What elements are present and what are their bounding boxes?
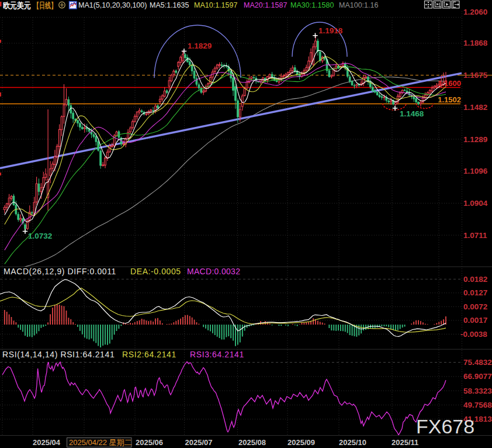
- svg-text:MA5:1.1635: MA5:1.1635: [150, 1, 189, 9]
- svg-text:1.1096: 1.1096: [463, 167, 488, 175]
- svg-text:1.2060: 1.2060: [463, 8, 487, 16]
- svg-text:2025/04: 2025/04: [33, 438, 61, 447]
- svg-text:FX678: FX678: [416, 415, 474, 437]
- svg-text:欧元美元: 欧元美元: [3, 1, 31, 10]
- svg-text:RSI2:64.2141: RSI2:64.2141: [122, 350, 176, 359]
- svg-text:2025/06: 2025/06: [136, 438, 163, 447]
- svg-text:MA1(5,10,20,30,100): MA1(5,10,20,30,100): [78, 1, 147, 9]
- svg-text:1.0711: 1.0711: [463, 231, 487, 240]
- svg-text:1.1502: 1.1502: [438, 95, 461, 104]
- svg-text:2025/07: 2025/07: [185, 438, 213, 447]
- svg-text:1.1868: 1.1868: [463, 39, 488, 47]
- svg-text:1.0732: 1.0732: [28, 232, 52, 240]
- svg-text:58.3323: 58.3323: [463, 387, 492, 395]
- svg-text:66.9077: 66.9077: [463, 372, 492, 381]
- svg-text:2025/09: 2025/09: [287, 438, 315, 447]
- svg-text:1.0904: 1.0904: [463, 199, 488, 208]
- svg-text:MA20:1.1587: MA20:1.1587: [244, 1, 287, 9]
- svg-text:-0.0038: -0.0038: [460, 330, 487, 339]
- svg-text:MA30:1.1580: MA30:1.1580: [290, 1, 334, 9]
- svg-text:0.0017: 0.0017: [463, 316, 487, 325]
- svg-text:1.1468: 1.1468: [400, 109, 424, 118]
- svg-text:0.0182: 0.0182: [463, 275, 487, 284]
- svg-text:RSI3:64.2141: RSI3:64.2141: [190, 350, 244, 359]
- svg-text:49.7568: 49.7568: [463, 401, 492, 409]
- svg-text:1.1482: 1.1482: [463, 103, 487, 112]
- svg-text:2025/08: 2025/08: [238, 438, 266, 447]
- svg-text:1.1829: 1.1829: [188, 42, 212, 50]
- svg-text:0.0127: 0.0127: [463, 288, 487, 297]
- svg-text:0.0072: 0.0072: [463, 302, 487, 311]
- svg-text:MACD:0.0032: MACD:0.0032: [187, 267, 240, 276]
- svg-text:MA10:1.1597: MA10:1.1597: [194, 1, 237, 9]
- svg-text:MACD(26,12,9) DIFF:0.0011: MACD(26,12,9) DIFF:0.0011: [4, 267, 116, 276]
- svg-text:75.4832: 75.4832: [463, 358, 492, 367]
- svg-text:1.1289: 1.1289: [463, 135, 487, 144]
- svg-text:2025/04/22 星期二: 2025/04/22 星期二: [69, 438, 132, 447]
- svg-text:DEA:-0.0005: DEA:-0.0005: [130, 267, 181, 276]
- svg-text:【日线】: 【日线】: [33, 1, 57, 10]
- svg-text:1.1918: 1.1918: [318, 26, 343, 35]
- svg-text:MA100:1.16: MA100:1.16: [339, 1, 378, 9]
- svg-text:1.1600: 1.1600: [438, 79, 461, 88]
- svg-text:RSI(14,14,14) RSI1:64.2141: RSI(14,14,14) RSI1:64.2141: [2, 350, 115, 359]
- svg-text:1.1675: 1.1675: [463, 71, 488, 80]
- svg-text:2025/10: 2025/10: [339, 438, 366, 447]
- svg-text:2025/11: 2025/11: [391, 438, 418, 447]
